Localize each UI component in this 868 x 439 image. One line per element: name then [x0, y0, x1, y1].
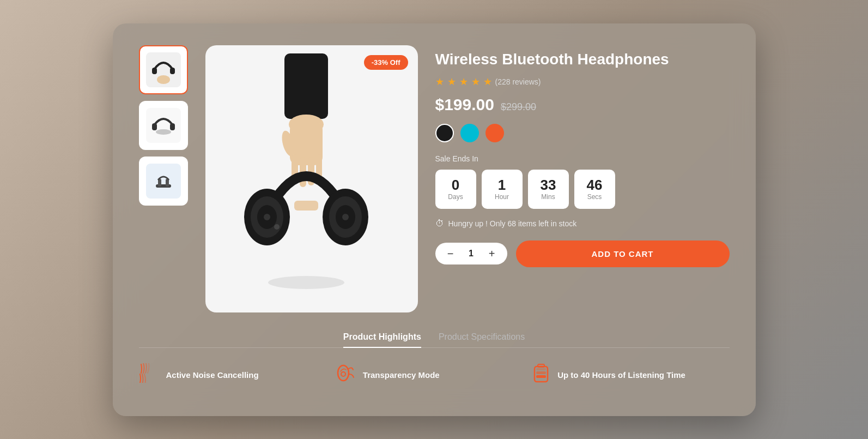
highlight-battery: Up to 40 Hours of Listening Time [532, 363, 729, 387]
color-swatches [435, 124, 730, 142]
color-cyan[interactable] [460, 124, 479, 142]
svg-rect-30 [294, 201, 318, 211]
tabs-row: Product Highlights Product Specification… [139, 332, 730, 348]
countdown-mins-label: Mins [541, 193, 555, 201]
highlight-noise-cancelling: Active Noise Cancelling [139, 363, 336, 387]
clock-icon: ⏱ [435, 219, 444, 228]
countdown-secs: 46 Secs [574, 170, 615, 209]
svg-rect-3 [170, 68, 175, 74]
price-row: $199.00 $299.00 [435, 95, 730, 114]
highlight-battery-label: Up to 40 Hours of Listening Time [557, 370, 685, 380]
quantity-control: − 1 + [435, 243, 507, 264]
svg-point-7 [156, 129, 171, 135]
battery-icon [532, 363, 550, 387]
tab-product-highlights[interactable]: Product Highlights [343, 332, 421, 347]
svg-point-31 [268, 276, 344, 289]
svg-rect-5 [152, 123, 157, 130]
cart-row: − 1 + ADD TO CART [435, 240, 730, 267]
svg-point-29 [342, 214, 349, 220]
thumbnail-3[interactable] [139, 157, 188, 206]
noise-cancelling-icon [139, 363, 159, 387]
top-section: -33% Off [139, 45, 730, 312]
stars-row: ★ ★ ★ ★ ★ (228 reviews) [435, 76, 730, 88]
discount-badge: -33% Off [364, 55, 408, 70]
product-modal: -33% Off [113, 23, 756, 416]
countdown-mins: 33 Mins [528, 170, 569, 209]
highlights-row: Active Noise Cancelling Transparency Mod… [139, 363, 730, 387]
svg-point-24 [264, 214, 270, 220]
star-2: ★ [447, 76, 456, 88]
product-title: Wireless Bluetooth Headphones [435, 50, 730, 69]
main-image: -33% Off [205, 45, 418, 312]
countdown-hours-value: 1 [498, 178, 506, 192]
price-original: $299.00 [501, 101, 536, 113]
star-1: ★ [435, 76, 444, 88]
quantity-decrease-button[interactable]: − [444, 247, 457, 260]
sale-ends-label: Sale Ends In [435, 154, 730, 163]
countdown-days-value: 0 [452, 178, 459, 192]
star-4: ★ [471, 76, 480, 88]
highlight-transparency: Transparency Mode [336, 363, 532, 387]
svg-rect-13 [284, 53, 328, 119]
color-black[interactable] [435, 124, 454, 142]
stock-notice: ⏱ Hungry up ! Only 68 items left in stoc… [435, 219, 730, 228]
page-wrapper: -33% Off [0, 0, 868, 439]
countdown-secs-label: Secs [587, 193, 602, 201]
svg-rect-8 [146, 164, 181, 199]
add-to-cart-button[interactable]: ADD TO CART [516, 240, 730, 267]
countdown-hours-label: Hour [495, 193, 509, 201]
stock-notice-text: Hungry up ! Only 68 items left in stock [448, 219, 577, 228]
svg-rect-4 [146, 108, 181, 143]
transparency-icon [336, 363, 355, 387]
tab-product-specifications[interactable]: Product Specifications [439, 332, 525, 347]
countdown-mins-value: 33 [541, 178, 556, 192]
quantity-increase-button[interactable]: + [485, 247, 499, 260]
svg-point-32 [338, 365, 349, 381]
thumbnail-2[interactable] [139, 101, 188, 150]
review-count: (228 reviews) [495, 77, 541, 86]
quantity-value: 1 [466, 249, 477, 258]
star-5: ★ [483, 76, 492, 88]
countdown-hours: 1 Hour [482, 170, 523, 209]
svg-point-25 [274, 224, 280, 230]
svg-rect-2 [152, 68, 157, 74]
svg-rect-35 [538, 364, 544, 367]
countdown-row: 0 Days 1 Hour 33 Mins 46 Secs [435, 170, 730, 209]
svg-point-1 [157, 75, 170, 84]
highlight-transparency-label: Transparency Mode [363, 370, 440, 380]
star-3: ★ [459, 76, 468, 88]
product-info: Wireless Bluetooth Headphones ★ ★ ★ ★ ★ … [435, 45, 730, 267]
thumbnail-list [139, 45, 188, 206]
countdown-secs-value: 46 [587, 178, 603, 192]
svg-rect-37 [536, 371, 546, 374]
thumbnail-1[interactable] [139, 45, 188, 94]
bottom-section: Product Highlights Product Specification… [139, 332, 730, 387]
countdown-days-label: Days [448, 193, 463, 201]
svg-rect-36 [536, 375, 546, 378]
highlight-noise-cancelling-label: Active Noise Cancelling [166, 370, 259, 380]
countdown-days: 0 Days [435, 170, 476, 209]
svg-point-33 [341, 372, 345, 376]
svg-rect-38 [536, 368, 546, 370]
svg-rect-6 [170, 123, 175, 130]
color-red[interactable] [485, 124, 504, 142]
price-current: $199.00 [435, 95, 494, 114]
